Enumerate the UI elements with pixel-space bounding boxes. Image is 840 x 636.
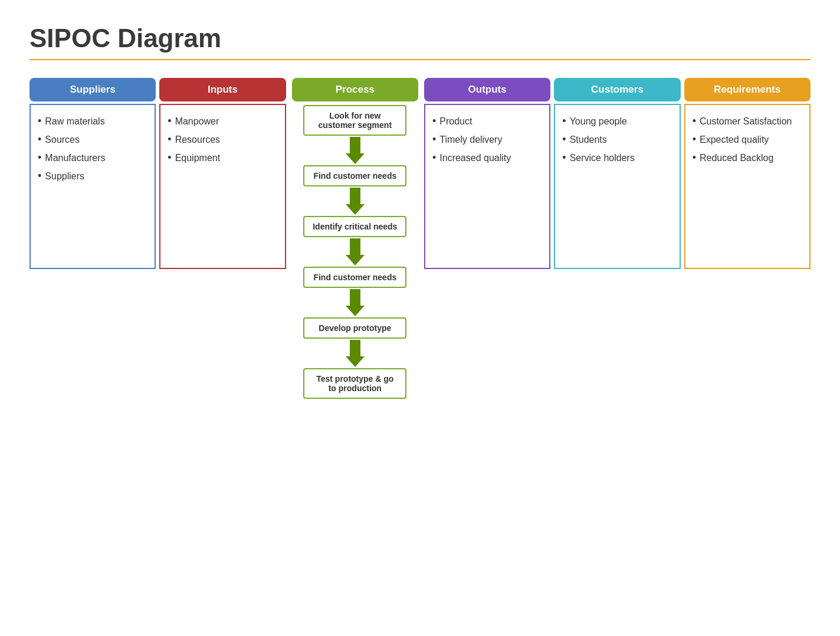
- requirements-body: Customer Satisfaction Expected quality R…: [684, 104, 811, 269]
- list-item: Manufacturers: [38, 150, 147, 166]
- list-item: Reduced Backlog: [693, 150, 802, 166]
- list-item: Equipment: [168, 150, 277, 166]
- process-arrow-2: [346, 188, 365, 215]
- outputs-column: Outputs Product Timely delivery Increase…: [424, 78, 550, 269]
- list-item: Customer Satisfaction: [693, 113, 802, 129]
- process-arrow-3: [346, 238, 365, 265]
- list-item: Product: [432, 113, 542, 129]
- list-item: Manpower: [168, 113, 277, 129]
- list-item: Sources: [38, 132, 147, 147]
- customers-body: Young people Students Service holders: [554, 104, 680, 269]
- customers-header: Customers: [554, 78, 680, 101]
- outputs-header: Outputs: [424, 78, 550, 101]
- outputs-body: Product Timely delivery Increased qualit…: [424, 104, 550, 269]
- page-title: SIPOC Diagram: [29, 24, 811, 53]
- list-item: Suppliers: [38, 168, 147, 184]
- suppliers-column: Suppliers Raw materials Sources Manufact…: [29, 78, 156, 269]
- process-arrow-4: [346, 289, 365, 316]
- process-column: Process Look for new customer segment Fi…: [290, 78, 421, 399]
- process-step-4: Find customer needs: [303, 267, 406, 288]
- suppliers-header: Suppliers: [29, 78, 156, 101]
- suppliers-body: Raw materials Sources Manufacturers Supp…: [29, 104, 156, 269]
- list-item: Raw materials: [38, 113, 147, 129]
- process-arrow-5: [346, 340, 365, 367]
- requirements-header: Requirements: [684, 78, 811, 101]
- process-step-1: Look for new customer segment: [303, 105, 406, 136]
- title-divider: [29, 59, 811, 60]
- customers-column: Customers Young people Students Service …: [554, 78, 680, 269]
- inputs-column: Inputs Manpower Resources Equipment: [159, 78, 286, 269]
- process-step-2: Find customer needs: [303, 165, 406, 186]
- list-item: Resources: [168, 132, 277, 147]
- inputs-body: Manpower Resources Equipment: [159, 104, 286, 269]
- process-arrow-1: [346, 137, 365, 164]
- inputs-header: Inputs: [159, 78, 286, 101]
- list-item: Increased quality: [432, 150, 542, 166]
- process-step-3: Identify critical needs: [303, 216, 406, 237]
- list-item: Students: [562, 132, 672, 147]
- list-item: Timely delivery: [432, 132, 542, 147]
- process-step-5: Develop prototype: [303, 317, 406, 339]
- sipoc-diagram: Suppliers Raw materials Sources Manufact…: [29, 78, 811, 399]
- process-header: Process: [292, 78, 418, 101]
- list-item: Service holders: [562, 150, 672, 166]
- process-flow: Look for new customer segment Find custo…: [292, 105, 418, 399]
- requirements-column: Requirements Customer Satisfaction Expec…: [684, 78, 811, 269]
- process-step-6: Test prototype & go to production: [303, 368, 406, 399]
- list-item: Expected quality: [693, 132, 802, 147]
- list-item: Young people: [562, 113, 672, 129]
